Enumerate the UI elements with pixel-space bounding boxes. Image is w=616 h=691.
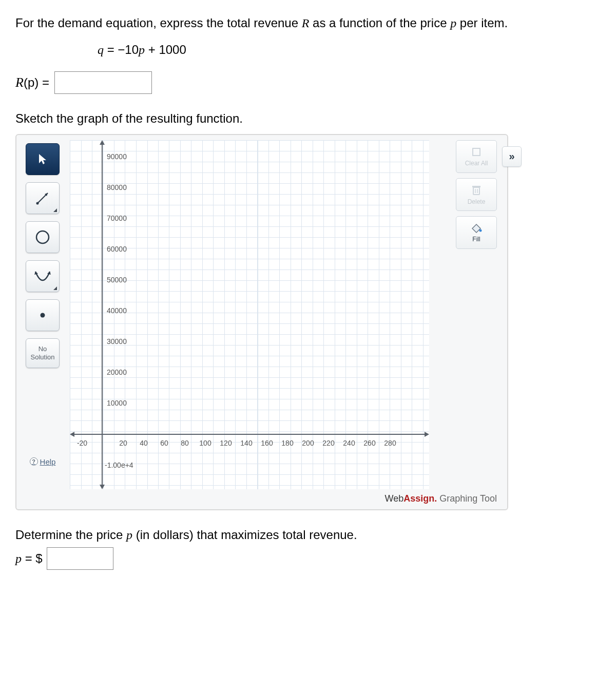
x-tick: 120 bbox=[220, 439, 232, 447]
y-axis-arrow-up bbox=[100, 140, 105, 145]
brand-footer: WebAssign. Graphing Tool bbox=[22, 489, 502, 506]
y-tick: 70000 bbox=[107, 214, 127, 222]
expand-button[interactable]: » bbox=[502, 146, 522, 167]
parabola-tool-button[interactable] bbox=[26, 260, 60, 292]
svg-rect-9 bbox=[472, 186, 480, 187]
x-tick: 100 bbox=[199, 439, 211, 447]
sketch-prompt: Sketch the graph of the resulting functi… bbox=[15, 111, 601, 126]
y-tick: 80000 bbox=[107, 183, 127, 191]
no-solution-button[interactable]: No Solution bbox=[26, 338, 60, 368]
y-axis-arrow-down bbox=[100, 485, 105, 489]
y-tick: 40000 bbox=[107, 306, 127, 315]
line-tool-button[interactable] bbox=[26, 182, 60, 214]
help-icon: ? bbox=[30, 457, 38, 466]
select-tool-button[interactable] bbox=[26, 143, 60, 175]
action-toolbar: Clear All Delete Fill bbox=[451, 140, 502, 249]
p-equals-label: p = $ bbox=[15, 551, 43, 566]
trash-icon bbox=[471, 184, 482, 196]
svg-point-2 bbox=[36, 202, 39, 204]
y-tick: 90000 bbox=[107, 152, 127, 161]
paint-bucket-icon bbox=[470, 222, 483, 234]
x-tick: 80 bbox=[181, 439, 189, 447]
y-tick: 20000 bbox=[107, 368, 127, 376]
x-tick: 200 bbox=[302, 439, 314, 447]
x-tick: 280 bbox=[384, 439, 396, 447]
demand-equation: q = −10p + 1000 bbox=[98, 43, 601, 57]
x-axis-arrow-left bbox=[70, 432, 74, 437]
x-tick: 160 bbox=[261, 439, 273, 447]
svg-point-12 bbox=[479, 229, 482, 232]
question-prompt: For the demand equation, express the tot… bbox=[15, 14, 601, 32]
clear-all-button[interactable]: Clear All bbox=[456, 140, 497, 173]
delete-button[interactable]: Delete bbox=[456, 178, 497, 211]
circle-tool-button[interactable] bbox=[26, 221, 60, 253]
clear-icon bbox=[471, 146, 482, 158]
x-tick: 220 bbox=[322, 439, 334, 447]
price-input[interactable] bbox=[47, 547, 113, 570]
revenue-function-input[interactable] bbox=[54, 71, 152, 94]
x-tick: 260 bbox=[363, 439, 375, 447]
x-tick: 60 bbox=[160, 439, 168, 447]
x-tick: -20 bbox=[77, 439, 87, 447]
y-tick: -1.00e+4 bbox=[105, 461, 133, 469]
draw-toolbar: No Solution ? Help bbox=[22, 140, 64, 466]
x-tick: 140 bbox=[240, 439, 252, 447]
x-tick: 40 bbox=[140, 439, 148, 447]
y-tick: 50000 bbox=[107, 276, 127, 284]
svg-rect-7 bbox=[473, 148, 480, 156]
rp-label: R(p) = bbox=[15, 75, 49, 90]
svg-point-3 bbox=[36, 231, 49, 243]
x-axis-arrow-right bbox=[425, 432, 429, 437]
x-tick: 20 bbox=[119, 439, 127, 447]
svg-rect-8 bbox=[473, 187, 479, 195]
y-tick: 10000 bbox=[107, 399, 127, 407]
y-tick: 30000 bbox=[107, 337, 127, 345]
y-tick: 60000 bbox=[107, 245, 127, 253]
graph-canvas[interactable]: 90000 80000 70000 60000 50000 40000 3000… bbox=[70, 140, 429, 489]
determine-prompt: Determine the price p (in dollars) that … bbox=[15, 528, 601, 542]
graphing-tool-widget: » No Solution bbox=[15, 134, 508, 510]
x-tick: 240 bbox=[343, 439, 355, 447]
fill-button[interactable]: Fill bbox=[456, 216, 497, 249]
x-tick: 180 bbox=[281, 439, 293, 447]
point-tool-button[interactable] bbox=[26, 299, 60, 331]
help-link[interactable]: ? Help bbox=[30, 457, 56, 466]
svg-point-6 bbox=[41, 313, 45, 317]
x-axis bbox=[73, 434, 426, 435]
